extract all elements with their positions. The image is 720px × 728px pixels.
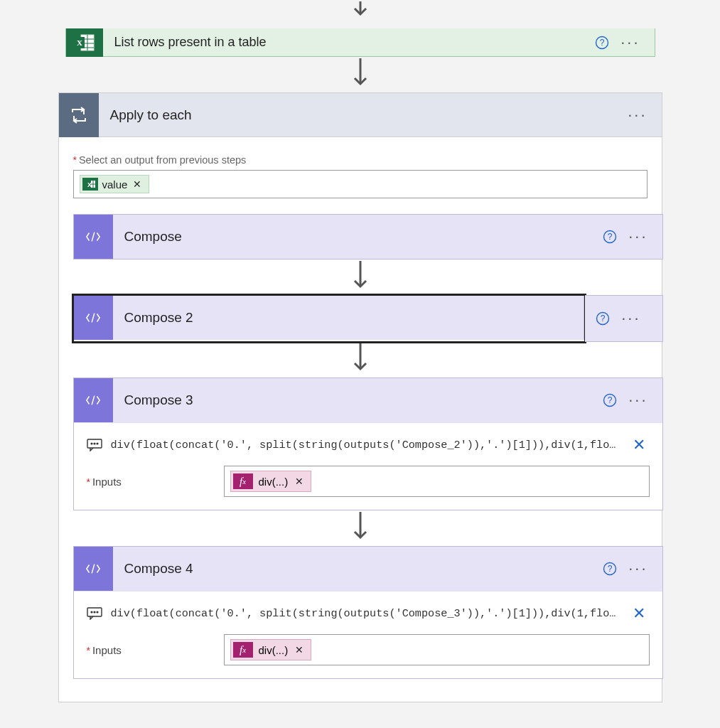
select-output-input[interactable]: X value ✕	[73, 170, 648, 198]
arrow-after-excel	[0, 57, 720, 92]
svg-point-37	[94, 611, 95, 613]
compose-3-peek-close[interactable]: ✕	[628, 436, 650, 454]
required-star: *	[87, 645, 90, 656]
excel-action-title: List rows present in a table	[103, 35, 596, 50]
compose-4-expression: div(float(concat('0.', split(string(outp…	[111, 607, 620, 620]
compose-4-body: div(float(concat('0.', split(string(outp…	[74, 591, 662, 678]
required-star: *	[73, 154, 77, 166]
excel-mini-icon: X	[82, 178, 98, 191]
comment-icon	[87, 607, 102, 620]
compose-3-title: Compose 3	[113, 392, 603, 408]
svg-text:?: ?	[608, 564, 613, 574]
arrow-after-c1	[73, 259, 648, 295]
compose-4-fx-remove[interactable]: ✕	[294, 644, 305, 655]
value-chip-label: value	[102, 178, 128, 191]
compose-3-expression: div(float(concat('0.', split(string(outp…	[111, 439, 620, 451]
value-chip[interactable]: X value ✕	[80, 175, 150, 193]
compose-4-inputs-field[interactable]: fx div(...) ✕	[224, 634, 650, 665]
compose-3-header[interactable]: Compose 3 ? ···	[74, 378, 662, 422]
compose-4-peek-close[interactable]: ✕	[628, 604, 650, 623]
compose-2-row: Compose 2 ? ···	[73, 295, 663, 342]
compose-3-body: div(float(concat('0.', split(string(outp…	[74, 422, 662, 510]
compose-2-side: ? ···	[585, 295, 663, 342]
help-icon[interactable]: ?	[603, 562, 617, 576]
apply-to-each-title: Apply to each	[99, 107, 621, 123]
compose-4-card: Compose 4 ? ··· div(float(concat('0	[73, 546, 663, 679]
comment-icon	[87, 439, 102, 451]
fx-icon: fx	[233, 642, 253, 658]
compose-2-title: Compose 2	[113, 310, 584, 326]
compose-2-card[interactable]: Compose 2	[73, 295, 585, 342]
svg-point-36	[91, 611, 92, 613]
compose-3-inputs-row: *Inputs fx div(...) ✕	[87, 466, 650, 497]
compose-4-fx-label: div(...)	[259, 644, 289, 656]
fx-icon: fx	[233, 473, 253, 489]
excel-menu-dots[interactable]: ···	[613, 33, 654, 52]
compose-1-title: Compose	[113, 229, 603, 245]
compose-3-fx-remove[interactable]: ✕	[294, 476, 305, 487]
svg-line-24	[92, 396, 95, 405]
svg-text:?: ?	[600, 38, 605, 48]
compose-3-card: Compose 3 ? ··· div(float(concat('0	[73, 378, 663, 510]
compose-4-fx-chip[interactable]: fx div(...) ✕	[230, 639, 312, 660]
svg-line-20	[92, 314, 95, 323]
compose-4-menu[interactable]: ···	[621, 560, 662, 578]
arrow-after-c3	[73, 510, 648, 546]
compose-3-menu[interactable]: ···	[621, 391, 662, 410]
svg-point-28	[91, 443, 92, 444]
svg-text:?: ?	[601, 314, 606, 323]
compose-icon	[74, 547, 113, 591]
svg-point-29	[94, 443, 95, 444]
help-icon[interactable]: ?	[596, 311, 610, 326]
compose-icon	[74, 215, 113, 259]
compose-4-peek: div(float(concat('0.', split(string(outp…	[87, 601, 650, 634]
apply-inner-steps: Compose ? ···	[73, 198, 648, 683]
excel-icon: X	[66, 28, 103, 57]
required-star: *	[87, 476, 90, 488]
value-chip-remove[interactable]: ✕	[131, 178, 143, 190]
apply-menu-dots[interactable]: ···	[620, 106, 661, 124]
svg-point-38	[97, 611, 98, 613]
flow-canvas: X List rows present in a table ? ··· App…	[0, 0, 720, 702]
compose-3-peek: div(float(concat('0.', split(string(outp…	[87, 433, 650, 466]
apply-to-each-header[interactable]: Apply to each ···	[59, 93, 662, 137]
arrow-into-excel	[0, 0, 720, 28]
svg-line-16	[92, 232, 95, 242]
apply-to-each-body: *Select an output from previous steps X …	[59, 137, 662, 702]
compose-3-fx-label: div(...)	[259, 476, 289, 488]
compose-4-inputs-label: *Inputs	[87, 644, 211, 656]
arrow-after-c2	[73, 342, 648, 378]
compose-icon	[74, 378, 113, 422]
compose-2-menu[interactable]: ···	[614, 309, 655, 328]
compose-1-card[interactable]: Compose ? ···	[73, 214, 663, 259]
select-output-label: *Select an output from previous steps	[73, 154, 648, 166]
svg-point-30	[97, 443, 98, 444]
excel-action-card[interactable]: X List rows present in a table ? ···	[65, 28, 655, 57]
compose-3-fx-chip[interactable]: fx div(...) ✕	[230, 471, 312, 492]
compose-4-title: Compose 4	[113, 561, 603, 577]
svg-line-32	[92, 564, 95, 574]
compose-3-inputs-field[interactable]: fx div(...) ✕	[224, 466, 650, 497]
apply-to-each-card: Apply to each ··· *Select an output from…	[58, 92, 662, 702]
compose-3-inputs-label: *Inputs	[87, 476, 211, 488]
loop-icon	[59, 93, 99, 137]
svg-text:X: X	[77, 38, 82, 47]
help-icon[interactable]: ?	[603, 230, 617, 244]
svg-text:?: ?	[608, 395, 613, 405]
help-icon[interactable]: ?	[603, 393, 617, 407]
compose-icon	[74, 296, 113, 340]
compose-1-menu[interactable]: ···	[621, 228, 662, 246]
help-icon[interactable]: ?	[595, 36, 609, 50]
svg-text:?: ?	[608, 232, 613, 242]
compose-4-inputs-row: *Inputs fx div(...) ✕	[87, 634, 650, 665]
compose-4-header[interactable]: Compose 4 ? ···	[74, 547, 662, 591]
